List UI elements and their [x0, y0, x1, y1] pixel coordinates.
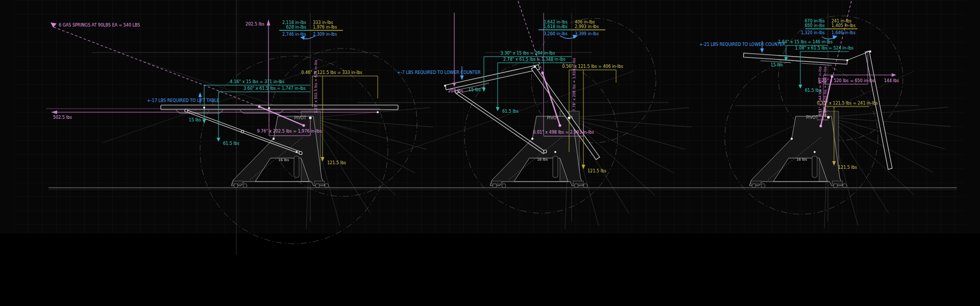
d1-force-1215-label: 121.5 lbs: [327, 161, 346, 165]
d1-pivot-point: [309, 116, 311, 119]
d2-pivot-point: [568, 116, 570, 119]
d2-sum-cyan-1: 1,642 in-lbs: [544, 20, 568, 24]
d1-force-615-label: 61.5 lbs: [223, 141, 239, 146]
d1-force-up-label: 202.5 lbs: [246, 22, 264, 27]
d2-sum-blue-1: 3,260 in-lbs: [544, 32, 568, 36]
d2-force-615-label: 61.5 lbs: [502, 109, 519, 114]
d2-pivot-label: PIVOT: [547, 116, 559, 120]
d3-calc-v2: 0.90" x 520 lbs = 468 in-lbs: [823, 66, 827, 116]
d2-note-label: +-7 LBS REQUIRED TO LOWER COUNTER: [397, 70, 481, 75]
d3-force-16-label: 16 lbs: [796, 158, 807, 162]
d1-force-16-label: 16 lbs: [278, 158, 289, 162]
d1-force-15-label: 15 lbs: [189, 118, 201, 122]
d3-calc-15: 1.64" x 15 lbs = 146 in-lbs: [778, 40, 833, 44]
d2-calc-1215: 0.56" x 121.5 lbs = 406 in-lbs: [562, 64, 623, 69]
d1-sum-cyan-2: 628 in-lbs: [286, 25, 306, 30]
d1-sum-blue-2: 2,309 in-lbs: [313, 32, 337, 37]
d1-calc-spring: 9.76" x 202.5 lbs = 1,976 in-lbs: [257, 129, 322, 134]
blueprint-canvas: 6 GAS SPRINGS AT 90LBS EA = 540 LBS 202.…: [0, 0, 980, 306]
d2-sum-cyan-2: 1,618 in-lbs: [544, 24, 568, 29]
d1-sum-blue-1: 2,746 in-lbs: [282, 32, 306, 37]
d1-calc-1215: 0.46" x 121.5 lbs = 333 in-lbs: [301, 70, 362, 75]
d1-calc-15: 4.16" x 15 lbs = 371 in-lbs: [230, 80, 285, 84]
d3-pivot-label: PIVOT: [806, 115, 818, 120]
d2-calc-15: 3.30" x 15 lbs = 294 in-lbs: [501, 51, 555, 56]
d3-pivot-point: [827, 116, 829, 118]
d2-sum-yellow-2: 2,993 in-lbs: [575, 24, 599, 29]
d3-sum-cyan-1: 670 in-lbs: [805, 19, 825, 23]
d1-sum-yellow-1: 333 in-lbs: [313, 20, 333, 25]
d2-sum-yellow-1: 406 in-lbs: [575, 20, 595, 24]
mechanism-drawing: 6 GAS SPRINGS AT 90LBS EA = 540 LBS 202.…: [0, 0, 980, 306]
d1-pivot-label: PIVOT: [294, 116, 306, 120]
d1-sum-yellow-2: 1,976 in-lbs: [313, 25, 337, 30]
d2-force-1215-label: 121.5 lbs: [587, 169, 606, 173]
d2-force-16-label: 16 lbs: [537, 158, 548, 162]
d2-sum-blue-2: 3,399 in-lbs: [575, 32, 599, 36]
d3-sum-cyan-2: 650 in-lbs: [805, 23, 825, 28]
d1-tabletop: [161, 105, 398, 110]
gas-springs-note: 6 GAS SPRINGS AT 90LBS EA = 540 LBS: [59, 23, 140, 28]
d3-sum-blue-1: 1,320 in-lbs: [801, 31, 825, 35]
d3-calc-v1: 6.51" x 144 lbs = 937 in-lbs: [818, 66, 822, 116]
d1-sum-cyan-1: 2,118 in-lbs: [282, 20, 306, 25]
d3-force-15-label: 15 lbs: [771, 63, 783, 67]
d3-force-1215-label: 121.5 lbs: [838, 165, 857, 170]
d2-calc-615: 2.78" x 61.5 lbs = 1,348 in-lbs: [503, 57, 566, 62]
d1-force-side-label: 502.5 lbs: [53, 115, 72, 120]
d2-calc-side: 7.78" x 208 lbs = 1,618 in-lbs: [572, 58, 576, 111]
d2-force-208-label: 208 lbs: [448, 89, 463, 93]
d3-force-144-label: 144 lbs: [884, 79, 899, 83]
d3-calc-615: 1.08" x 61.5 lbs = 524 in-lbs: [795, 46, 853, 50]
d1-calc-615: 3.60" x 61.5 lbs = 1,747 in-lbs: [243, 86, 306, 91]
d1-note-label: +-17 LBS REQUIRED TO LIFT TABLE: [147, 98, 219, 103]
d1-calc-side: 1.25" x 502.5 lbs = 628 in-lbs: [314, 60, 318, 113]
d3-note-label: +-21 LBS REQUIRED TO LOWER COUNTER: [699, 42, 786, 47]
d3-sum-yellow-2: 1,405 in-lbs: [831, 23, 855, 28]
d2-calc-spring: 6.01" x 498 lbs = 2,993 in-lbs: [533, 130, 594, 135]
d3-sum-yellow-1: 241 in-lbs: [831, 19, 851, 23]
d3-sum-blue-2: 1,646 in-lbs: [831, 31, 855, 35]
d2-force-15-label: 15 lbs: [469, 88, 481, 92]
